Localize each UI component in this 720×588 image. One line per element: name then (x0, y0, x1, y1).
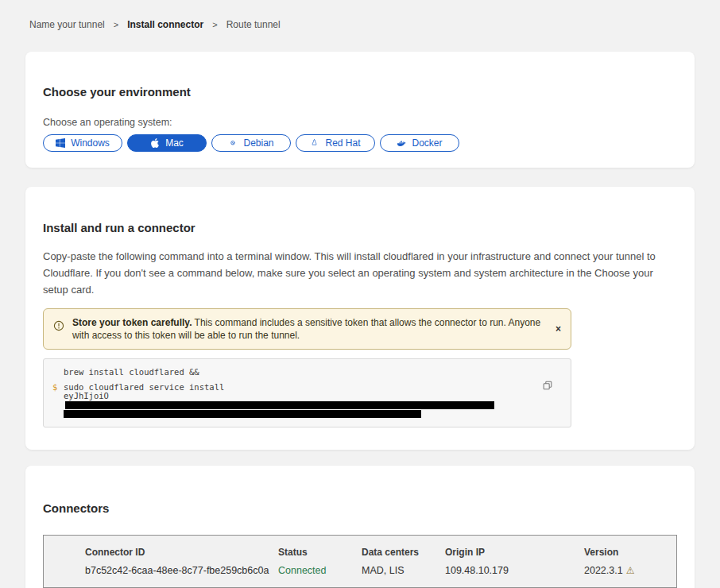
column-version: Version (584, 547, 676, 558)
alert-message: Store your token carefully. This command… (72, 314, 548, 344)
debian-icon (228, 138, 238, 148)
breadcrumb-step-route-tunnel[interactable]: Route tunnel (226, 19, 281, 30)
apple-icon (150, 138, 160, 148)
breadcrumb-separator: > (114, 20, 118, 29)
redacted-token-bar (64, 410, 421, 418)
connector-id-value: b7c52c42-6caa-48ee-8c77-fbe259cb6c0a (85, 565, 278, 576)
connectors-table-header: Connector ID Status Data centers Origin … (85, 547, 676, 558)
table-row: b7c52c42-6caa-48ee-8c77-fbe259cb6c0a Con… (85, 565, 676, 576)
code-line-install: sudo cloudflared service install (64, 383, 539, 392)
os-button-mac[interactable]: Mac (127, 134, 207, 152)
column-status: Status (278, 547, 362, 558)
install-description: Copy-paste the following command into a … (43, 248, 677, 298)
os-button-group: Windows Mac Debian Red Hat Docker (43, 134, 677, 152)
token-warning-alert: Store your token carefully. This command… (43, 308, 571, 350)
shell-prompt: $ (52, 383, 64, 418)
docker-icon (397, 138, 406, 148)
os-button-windows[interactable]: Windows (43, 134, 122, 152)
connectors-card-title: Connectors (43, 501, 677, 516)
install-card-title: Install and run a connector (43, 221, 677, 235)
token-prefix: eyJhIjoiO (64, 391, 109, 400)
copy-icon[interactable] (542, 380, 553, 391)
command-lines: sudo cloudflared service install eyJhIjo… (64, 383, 539, 418)
alert-circle-icon (53, 320, 64, 331)
connectors-card: Connectors Connector ID Status Data cent… (25, 466, 695, 588)
code-command-row: $ sudo cloudflared service install eyJhI… (52, 383, 539, 418)
status-badge: Connected (278, 565, 362, 576)
redhat-icon (310, 138, 319, 148)
choose-environment-card: Choose your environment Choose an operat… (25, 52, 695, 168)
column-connector-id: Connector ID (85, 547, 278, 558)
windows-icon (56, 138, 65, 148)
os-button-redhat[interactable]: Red Hat (296, 134, 375, 152)
data-centers-value: MAD, LIS (362, 565, 445, 576)
os-button-label: Docker (412, 137, 442, 149)
alert-title: Store your token carefully. (72, 317, 192, 328)
redacted-token-bar (65, 401, 494, 409)
os-button-label: Red Hat (325, 137, 360, 149)
origin-ip-value: 109.48.10.179 (445, 565, 584, 576)
environment-card-title: Choose your environment (43, 85, 677, 99)
os-select-label: Choose an operating system: (43, 117, 677, 128)
code-line-token-2 (64, 409, 539, 418)
os-button-docker[interactable]: Docker (380, 134, 459, 152)
code-line-token: eyJhIjoiO (64, 392, 539, 409)
column-data-centers: Data centers (362, 547, 445, 558)
os-button-label: Debian (243, 137, 273, 149)
column-origin-ip: Origin IP (445, 547, 584, 558)
os-button-label: Windows (71, 137, 110, 149)
version-value: 2022.3.1⚠ (584, 565, 676, 576)
connectors-table: Connector ID Status Data centers Origin … (43, 535, 677, 588)
code-line-brew: brew install cloudflared && (64, 368, 539, 377)
warning-triangle-icon: ⚠ (626, 565, 635, 576)
breadcrumb: Name your tunnel > Install connector > R… (0, 0, 720, 30)
breadcrumb-step-name-your-tunnel[interactable]: Name your tunnel (29, 19, 105, 30)
close-icon[interactable]: × (555, 324, 561, 334)
install-connector-card: Install and run a connector Copy-paste t… (25, 187, 695, 449)
os-button-label: Mac (165, 137, 184, 149)
breadcrumb-separator: > (212, 20, 217, 29)
install-command-codeblock: brew install cloudflared && $ sudo cloud… (43, 358, 571, 427)
breadcrumb-step-install-connector[interactable]: Install connector (127, 19, 203, 30)
os-button-debian[interactable]: Debian (211, 134, 291, 152)
